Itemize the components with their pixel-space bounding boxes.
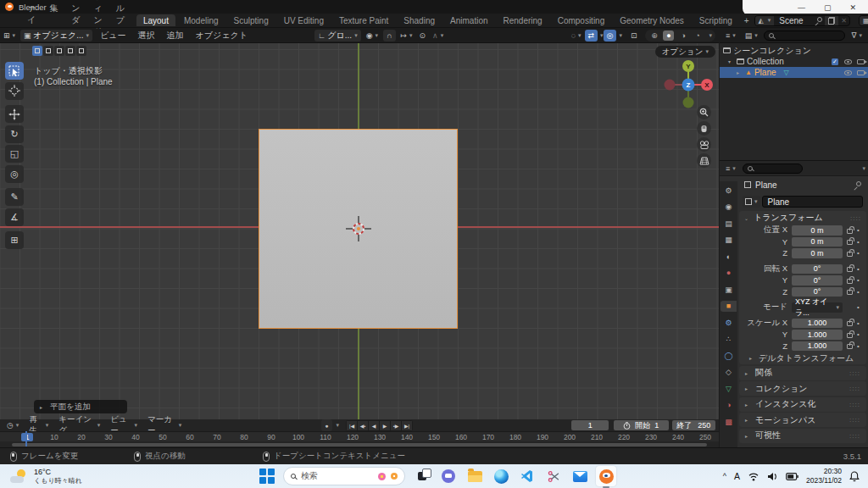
- workspace-tab[interactable]: Modeling: [177, 14, 225, 26]
- animate-dot[interactable]: •: [857, 265, 860, 273]
- animate-dot[interactable]: •: [857, 303, 860, 311]
- animate-dot[interactable]: •: [857, 288, 860, 296]
- shading-material-button[interactable]: ◑: [677, 30, 688, 41]
- properties-tab[interactable]: ◉: [721, 202, 737, 213]
- snap-toggle[interactable]: ∩: [383, 30, 395, 42]
- lock-icon[interactable]: [847, 344, 853, 349]
- outliner-display-mode[interactable]: ≡▾: [722, 30, 739, 42]
- outliner-row-collection[interactable]: ▾ Collection ✓: [720, 56, 868, 67]
- collapsed-panel[interactable]: ▸ モーションパス ::::: [739, 413, 866, 427]
- value-field[interactable]: 0°: [792, 264, 843, 274]
- pan-button[interactable]: [697, 121, 711, 136]
- notification-bell-icon[interactable]: [849, 471, 860, 482]
- tray-overflow-button[interactable]: ^: [723, 472, 726, 480]
- cursor-tool[interactable]: [5, 82, 24, 100]
- value-field[interactable]: 0°: [792, 275, 843, 286]
- collapsed-panel[interactable]: ▸ 関係 ::::: [739, 366, 866, 380]
- add-primitive-tool[interactable]: ⊞: [5, 231, 24, 249]
- animate-dot[interactable]: •: [857, 330, 860, 338]
- properties-search-input[interactable]: [743, 164, 803, 174]
- viewport-3d[interactable]: トップ・透視投影 (1) Collection | Plane オプション▾ ↻…: [0, 43, 719, 419]
- close-button[interactable]: ✕: [849, 3, 856, 12]
- lock-icon[interactable]: [847, 240, 853, 245]
- object-name-field[interactable]: Plane: [762, 196, 863, 208]
- pivot-selector[interactable]: ◉▾: [363, 30, 381, 42]
- select-mode-new[interactable]: [32, 46, 42, 56]
- expand-icon[interactable]: ▸: [737, 69, 743, 75]
- outliner-row-scene-collection[interactable]: シーンコレクション: [720, 45, 868, 56]
- navigation-gizmo[interactable]: Y X Z: [661, 58, 715, 112]
- pin-icon[interactable]: [815, 17, 822, 25]
- viewlayer-selector[interactable]: ▦▾ ViewLayer ✕: [859, 15, 868, 26]
- falloff-selector[interactable]: ∧▾: [429, 30, 447, 42]
- properties-editor-type-button[interactable]: ≡▾: [722, 163, 739, 175]
- workspace-tab[interactable]: Rendering: [497, 14, 549, 26]
- maximize-button[interactable]: ▢: [824, 3, 832, 12]
- snap-settings[interactable]: ↦▾: [398, 30, 416, 42]
- lock-icon[interactable]: [847, 321, 853, 326]
- minimize-button[interactable]: —: [798, 3, 805, 12]
- properties-tab[interactable]: ▦: [721, 235, 737, 246]
- workspace-tab[interactable]: Geometry Nodes: [613, 14, 691, 26]
- playback-button[interactable]: ◀: [369, 421, 379, 430]
- shading-rendered-button[interactable]: ◔: [692, 30, 703, 41]
- select-mode-invert[interactable]: [65, 46, 75, 56]
- select-mode-extend[interactable]: [43, 46, 53, 56]
- lock-icon[interactable]: [847, 267, 853, 272]
- workspace-tab[interactable]: Texture Paint: [332, 14, 395, 26]
- rotation-mode-dropdown[interactable]: XYZ オイラ...▾: [792, 302, 843, 313]
- show-gizmo-toggle[interactable]: ⇄: [585, 30, 598, 42]
- scene-selector[interactable]: ◭▾ Scene ✕: [754, 15, 850, 26]
- properties-tab[interactable]: ◐: [721, 251, 737, 262]
- hide-eye-icon[interactable]: [844, 59, 852, 64]
- viewport-menu-item[interactable]: ビュー: [94, 30, 131, 42]
- value-field[interactable]: 1.000: [792, 341, 843, 352]
- lock-icon[interactable]: [847, 333, 853, 338]
- chat-button[interactable]: [438, 466, 459, 486]
- value-field[interactable]: 1.000: [792, 330, 843, 340]
- workspace-tab[interactable]: Compositing: [551, 14, 612, 26]
- playback-button[interactable]: •▶: [391, 421, 401, 430]
- properties-tab[interactable]: ▤: [721, 218, 737, 229]
- lock-icon[interactable]: [847, 229, 853, 234]
- value-field[interactable]: 0 m: [792, 237, 843, 247]
- move-tool[interactable]: [5, 105, 24, 123]
- xray-toggle[interactable]: ⊡: [627, 30, 641, 42]
- viewport-menu-item[interactable]: 選択: [132, 30, 161, 42]
- properties-tab[interactable]: ●: [721, 268, 737, 279]
- properties-tab[interactable]: ■: [721, 301, 737, 312]
- playback-button[interactable]: ▶: [380, 421, 390, 430]
- lock-icon[interactable]: [847, 290, 853, 295]
- disable-render-icon[interactable]: [857, 70, 865, 75]
- workspace-tab[interactable]: Animation: [443, 14, 494, 26]
- show-overlays-toggle[interactable]: ◎: [604, 30, 617, 42]
- properties-tab[interactable]: ⚙: [721, 317, 737, 328]
- start-button[interactable]: [259, 469, 275, 484]
- transform-tool[interactable]: ◎: [5, 165, 24, 183]
- properties-tab[interactable]: ◯: [721, 350, 737, 361]
- properties-tab[interactable]: ▣: [721, 284, 737, 295]
- outliner-filter-button[interactable]: ▤▾: [742, 30, 761, 42]
- value-field[interactable]: 0 m: [792, 248, 843, 258]
- expand-icon[interactable]: ▾: [728, 58, 734, 64]
- delta-transform-subpanel[interactable]: ▸ デルタトランスフォーム: [739, 352, 866, 364]
- lock-icon[interactable]: [847, 252, 853, 257]
- operator-panel[interactable]: ▸ 平面を追加: [34, 400, 127, 413]
- value-field[interactable]: 0 m: [792, 225, 843, 236]
- value-field[interactable]: 1.000: [792, 319, 843, 329]
- outliner-row-plane[interactable]: ▸ ▲ Plane ▽: [720, 67, 868, 78]
- proportional-edit-toggle[interactable]: ⊙: [416, 30, 430, 42]
- viewport-menu-item[interactable]: 追加: [161, 30, 190, 42]
- select-mode-subtract[interactable]: [54, 46, 64, 56]
- outliner-filter-dropdown[interactable]: ∇▾: [848, 30, 865, 42]
- animate-dot[interactable]: •: [857, 319, 860, 327]
- animate-dot[interactable]: •: [857, 276, 860, 284]
- ime-indicator[interactable]: A: [734, 471, 740, 481]
- pin-icon[interactable]: [854, 181, 861, 189]
- playback-button[interactable]: |◀: [347, 421, 357, 430]
- shading-wireframe-button[interactable]: ⊕: [648, 30, 659, 41]
- timeline-editor-type-button[interactable]: ◷▾: [3, 419, 22, 431]
- edge-button[interactable]: [491, 466, 511, 486]
- properties-tab[interactable]: ∴: [721, 334, 737, 345]
- taskbar-clock[interactable]: 20:30 2023/11/02: [806, 467, 842, 485]
